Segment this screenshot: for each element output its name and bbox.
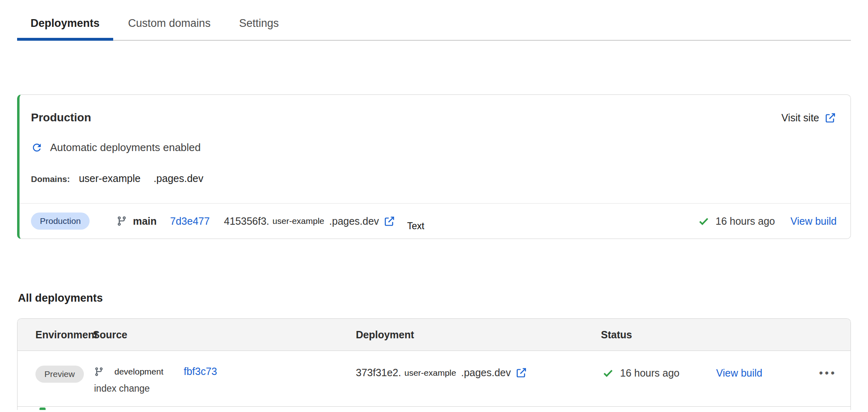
view-build-link[interactable]: View build <box>716 367 763 379</box>
view-build-link[interactable]: View build <box>790 215 837 227</box>
commit-message: index change <box>94 383 356 394</box>
git-branch-icon <box>116 216 127 226</box>
check-icon <box>603 368 614 379</box>
column-header-environment: Environment <box>18 329 93 341</box>
deployment-url-suffix: .pages.dev <box>461 367 511 379</box>
column-header-status: Status <box>601 329 850 341</box>
domain-suffix: .pages.dev <box>153 173 203 184</box>
environment-cell: Preview <box>18 366 93 383</box>
production-title: Production <box>31 111 91 124</box>
column-header-deployment: Deployment <box>356 329 601 341</box>
branch-name: development <box>114 367 163 377</box>
check-icon <box>698 216 709 227</box>
deployment-status: 16 hours ago View build <box>698 215 837 227</box>
tab-bar: Deployments Custom domains Settings <box>17 0 851 41</box>
refresh-icon <box>31 142 43 153</box>
ellipsis-menu-icon[interactable]: ••• <box>819 367 837 379</box>
production-deployment-row: Production main 7d3e477 415356f3. user-e… <box>20 204 850 239</box>
deployment-url-prefix: 415356f3. <box>224 215 269 227</box>
domain-name: user-example <box>79 173 140 184</box>
next-row-partial <box>18 407 850 410</box>
git-branch-icon <box>94 367 104 377</box>
commit-link[interactable]: 7d3e477 <box>170 215 210 227</box>
column-header-source: Source <box>93 329 356 341</box>
external-link-icon[interactable] <box>516 367 527 378</box>
deployment-url-suffix: .pages.dev <box>329 215 379 227</box>
visit-site-link[interactable]: Visit site <box>781 112 836 124</box>
tab-deployments[interactable]: Deployments <box>17 0 113 41</box>
deployment-url-name: user-example <box>272 216 324 226</box>
status-cell: 16 hours ago View build ••• <box>601 366 850 379</box>
deploy-time: 16 hours ago <box>620 367 679 379</box>
environment-badge-preview: Preview <box>35 366 84 383</box>
commit-note: Text <box>407 221 424 232</box>
source-cell: development fbf3c73 index change <box>93 366 356 394</box>
branch-name: main <box>133 215 156 227</box>
all-deployments-heading: All deployments <box>18 292 868 305</box>
production-card-header: Production Visit site <box>31 111 836 124</box>
deployment-url-prefix: 373f31e2. <box>356 367 401 379</box>
auto-deploy-text: Automatic deployments enabled <box>50 141 201 154</box>
auto-deploy-status: Automatic deployments enabled <box>31 141 836 154</box>
domains-row: Domains: user-example .pages.dev <box>31 173 836 184</box>
external-link-icon[interactable] <box>384 216 395 227</box>
environment-badge-production: Production <box>31 213 90 230</box>
commit-link[interactable]: fbf3c73 <box>184 366 217 377</box>
production-card-body: Production Visit site Automatic deployme <box>20 95 850 203</box>
table-row: Preview development fbf3c73 index change… <box>18 351 850 407</box>
external-link-icon <box>825 112 836 123</box>
source-branch-line: development fbf3c73 <box>94 366 356 377</box>
tab-custom-domains[interactable]: Custom domains <box>115 0 224 41</box>
deployment-cell: 373f31e2. user-example .pages.dev <box>356 366 601 379</box>
tab-settings[interactable]: Settings <box>226 0 292 41</box>
production-card: Production Visit site Automatic deployme <box>17 94 851 239</box>
domains-label: Domains: <box>31 174 70 184</box>
next-row-green-indicator <box>39 408 46 410</box>
deployments-table: Environment Source Deployment Status Pre… <box>17 318 851 410</box>
deploy-time: 16 hours ago <box>716 215 775 227</box>
deployment-url-name: user-example <box>404 368 456 378</box>
visit-site-label: Visit site <box>781 112 819 124</box>
deployment-url: 415356f3. user-example .pages.dev <box>224 215 395 227</box>
table-header-row: Environment Source Deployment Status <box>18 319 850 351</box>
